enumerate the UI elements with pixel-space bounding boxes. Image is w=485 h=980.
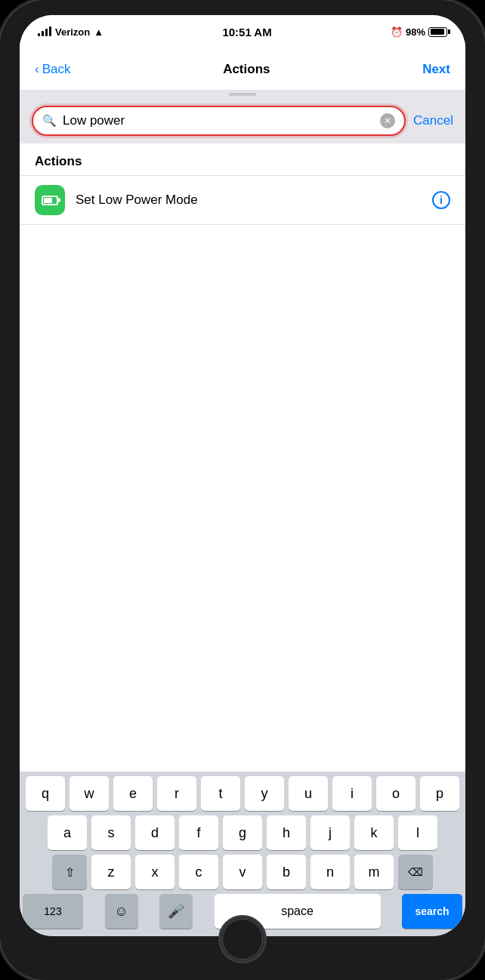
key-a[interactable]: a: [48, 815, 87, 850]
signal-bars: [38, 27, 51, 36]
mic-key[interactable]: 🎤: [159, 894, 193, 929]
wifi-icon: ▲: [94, 26, 103, 38]
search-clear-button[interactable]: ✕: [380, 113, 395, 128]
back-button[interactable]: ‹ Back: [35, 62, 70, 77]
key-s[interactable]: s: [91, 815, 131, 850]
alarm-icon: ⏰: [391, 26, 403, 38]
battery-percent: 98%: [406, 26, 425, 38]
nav-title: Actions: [223, 62, 270, 77]
key-k[interactable]: k: [354, 815, 394, 850]
key-g[interactable]: g: [223, 815, 262, 850]
back-chevron-icon: ‹: [35, 62, 39, 77]
status-time: 10:51 AM: [222, 26, 271, 39]
key-y[interactable]: y: [245, 776, 284, 811]
search-key[interactable]: search: [402, 894, 462, 929]
key-p[interactable]: p: [420, 776, 459, 811]
key-j[interactable]: j: [310, 815, 350, 850]
key-l[interactable]: l: [398, 815, 437, 850]
search-magnifier-icon: 🔍: [42, 114, 57, 128]
key-n[interactable]: n: [310, 855, 350, 889]
key-i[interactable]: i: [332, 776, 372, 811]
item-label-set-low-power-mode: Set Low Power Mode: [76, 193, 432, 208]
signal-bar-1: [38, 33, 40, 36]
keyboard-row-1: q w e r t y u i o p: [20, 772, 465, 811]
item-icon-battery-wrap: [35, 185, 65, 215]
back-label: Back: [42, 62, 71, 77]
key-t[interactable]: t: [201, 776, 240, 811]
battery-container: [428, 27, 447, 37]
section-header-actions: Actions: [20, 143, 465, 176]
key-v[interactable]: v: [223, 855, 262, 889]
key-q[interactable]: q: [26, 776, 65, 811]
keyboard-row-2: a s d f g h j k l: [20, 811, 465, 850]
home-button-inner: [222, 919, 263, 960]
status-left: Verizon ▲: [38, 26, 103, 38]
shift-key[interactable]: ⇧: [52, 855, 87, 889]
cancel-button[interactable]: Cancel: [413, 113, 453, 128]
battery-body: [428, 27, 447, 37]
keyboard: q w e r t y u i o p a s d f g h j k l: [20, 772, 465, 936]
signal-bar-2: [42, 31, 44, 36]
key-x[interactable]: x: [135, 855, 175, 889]
key-m[interactable]: m: [354, 855, 394, 889]
key-o[interactable]: o: [376, 776, 415, 811]
content-area: Actions Set Low Power Mode i: [20, 143, 465, 772]
nav-bar: ‹ Back Actions Next: [20, 48, 465, 91]
space-label: space: [281, 904, 314, 918]
status-right: ⏰ 98%: [391, 26, 447, 38]
status-bar: Verizon ▲ 10:51 AM ⏰ 98%: [20, 15, 465, 48]
search-input-wrapper[interactable]: 🔍 Low power ✕: [32, 106, 406, 136]
key-b[interactable]: b: [267, 855, 306, 889]
sheet-handle: [229, 93, 256, 96]
search-area: 🔍 Low power ✕ Cancel: [20, 98, 465, 143]
next-button[interactable]: Next: [422, 62, 450, 77]
numbers-key[interactable]: 123: [23, 894, 83, 929]
phone-screen: Verizon ▲ 10:51 AM ⏰ 98% ‹ Back Actions: [20, 15, 465, 936]
emoji-key[interactable]: ☺: [105, 894, 138, 929]
signal-bar-4: [49, 26, 51, 36]
key-h[interactable]: h: [267, 815, 306, 850]
numbers-label: 123: [44, 905, 61, 917]
key-e[interactable]: e: [113, 776, 153, 811]
signal-bar-3: [45, 29, 48, 36]
key-u[interactable]: u: [289, 776, 328, 811]
phone-frame: Verizon ▲ 10:51 AM ⏰ 98% ‹ Back Actions: [0, 0, 485, 980]
key-w[interactable]: w: [70, 776, 109, 811]
battery-fill: [431, 29, 444, 35]
key-d[interactable]: d: [135, 815, 175, 850]
delete-key[interactable]: ⌫: [398, 855, 433, 889]
home-button[interactable]: [218, 915, 267, 963]
keyboard-row-3: ⇧ z x c v b n m ⌫: [20, 850, 465, 889]
key-z[interactable]: z: [91, 855, 131, 889]
sheet-handle-area: [20, 91, 465, 98]
key-c[interactable]: c: [179, 855, 218, 889]
list-item-set-low-power-mode[interactable]: Set Low Power Mode i: [20, 176, 465, 225]
info-button-set-low-power-mode[interactable]: i: [432, 191, 450, 209]
key-f[interactable]: f: [179, 815, 218, 850]
carrier-label: Verizon: [55, 26, 90, 38]
search-label: search: [415, 905, 449, 917]
key-r[interactable]: r: [157, 776, 196, 811]
battery-icon: [42, 196, 58, 205]
search-input[interactable]: Low power: [63, 113, 374, 128]
